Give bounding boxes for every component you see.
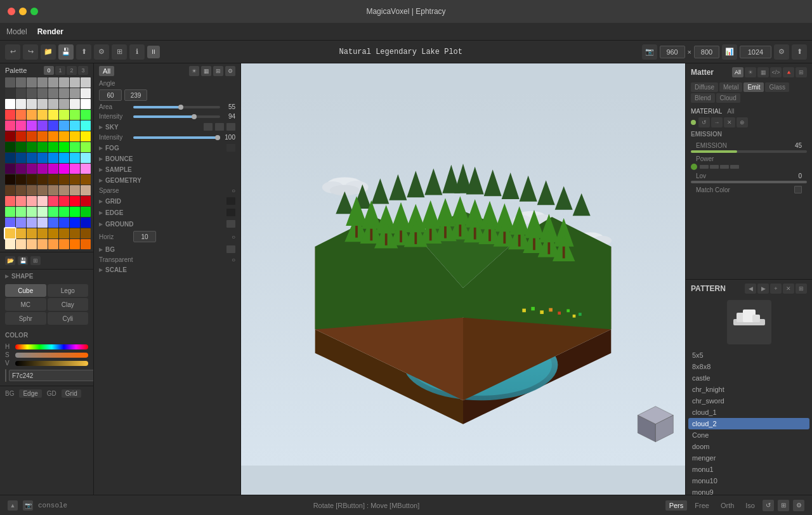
- color-swatch[interactable]: [5, 369, 6, 382]
- color-swatch-90[interactable]: [27, 196, 37, 206]
- color-swatch-42[interactable]: [27, 131, 37, 141]
- color-swatch-26[interactable]: [27, 110, 37, 120]
- color-swatch-47[interactable]: [81, 131, 91, 141]
- color-swatch-104[interactable]: [5, 218, 15, 228]
- mat-glass[interactable]: Glass: [765, 82, 789, 92]
- color-swatch-77[interactable]: [59, 174, 69, 185]
- render-res-input[interactable]: [740, 46, 771, 58]
- grid-toggle-button[interactable]: ⊞: [112, 44, 127, 60]
- pattern-item-monu10[interactable]: monu10: [688, 475, 809, 486]
- color-swatch-17[interactable]: [16, 99, 26, 109]
- color-swatch-108[interactable]: [48, 218, 58, 228]
- color-swatch-71[interactable]: [81, 164, 91, 174]
- redo-button[interactable]: ↪: [23, 44, 38, 60]
- scale-toggle[interactable]: ▶ SCALE: [94, 264, 240, 275]
- view-pers[interactable]: Pers: [665, 500, 688, 511]
- matter-icon4[interactable]: 🔺: [783, 67, 794, 77]
- sky-box2[interactable]: [215, 123, 224, 131]
- emission-slider[interactable]: [691, 150, 807, 153]
- color-swatch-40[interactable]: [5, 131, 15, 141]
- color-swatch-72[interactable]: [5, 174, 15, 185]
- pat-icon-next[interactable]: ▶: [757, 284, 769, 294]
- color-swatch-10[interactable]: [27, 88, 37, 98]
- palette-save-button[interactable]: 💾: [18, 256, 28, 265]
- color-swatch-23[interactable]: [81, 99, 91, 109]
- color-swatch-112[interactable]: [5, 228, 15, 238]
- fog-box[interactable]: [226, 144, 235, 152]
- light-tab-all[interactable]: All: [99, 66, 114, 76]
- color-swatch-14[interactable]: [70, 88, 80, 98]
- light-icon-sun[interactable]: ☀: [189, 66, 199, 76]
- lov-slider[interactable]: [691, 181, 807, 183]
- canvas-area[interactable]: [241, 63, 685, 495]
- settings-button[interactable]: ⚙: [94, 44, 109, 60]
- color-swatch-36[interactable]: [48, 121, 58, 131]
- color-swatch-106[interactable]: [27, 218, 37, 228]
- color-swatch-107[interactable]: [37, 218, 48, 228]
- shape-toggle[interactable]: ▶ SHAPE: [0, 271, 93, 282]
- render-settings-button[interactable]: ⚙: [774, 44, 789, 60]
- pattern-item-menger[interactable]: menger: [688, 452, 809, 464]
- color-swatch-58[interactable]: [27, 153, 37, 163]
- color-swatch-6[interactable]: [70, 77, 80, 88]
- color-swatch-34[interactable]: [27, 121, 37, 131]
- color-swatch-113[interactable]: [16, 228, 26, 238]
- color-swatch-18[interactable]: [27, 99, 37, 109]
- intensity-slider[interactable]: [133, 115, 220, 118]
- color-swatch-1[interactable]: [16, 77, 26, 88]
- color-swatch-118[interactable]: [70, 228, 80, 238]
- matter-icon3[interactable]: </>: [770, 67, 782, 77]
- color-swatch-52[interactable]: [48, 142, 58, 152]
- color-swatch-22[interactable]: [70, 99, 80, 109]
- grid-btn[interactable]: Grid: [62, 389, 81, 398]
- color-swatch-88[interactable]: [5, 196, 15, 206]
- close-button[interactable]: [8, 8, 15, 15]
- color-swatch-127[interactable]: [81, 239, 91, 249]
- color-swatch-62[interactable]: [70, 153, 80, 163]
- color-swatch-85[interactable]: [59, 185, 69, 195]
- view-settings-icon[interactable]: ⚙: [793, 500, 804, 511]
- screenshot-button[interactable]: 📷: [642, 44, 657, 60]
- color-swatch-8[interactable]: [5, 88, 15, 98]
- ground-box[interactable]: [226, 220, 235, 228]
- color-swatch-123[interactable]: [37, 239, 48, 249]
- open-button[interactable]: 📁: [41, 44, 56, 60]
- minimize-button[interactable]: [19, 8, 27, 15]
- shape-sphr[interactable]: Sphr: [5, 312, 46, 325]
- area-slider[interactable]: [133, 106, 220, 108]
- pattern-item-8x8x8[interactable]: 8x8x8: [688, 361, 809, 372]
- color-swatch-93[interactable]: [59, 196, 69, 206]
- color-swatch-46[interactable]: [70, 131, 80, 141]
- color-swatch-114[interactable]: [27, 228, 37, 238]
- sky-box3[interactable]: [226, 123, 235, 131]
- color-swatch-73[interactable]: [16, 174, 26, 185]
- color-swatch-39[interactable]: [81, 121, 91, 131]
- color-swatch-102[interactable]: [70, 207, 80, 217]
- color-swatch-29[interactable]: [59, 110, 69, 120]
- color-swatch-0[interactable]: [5, 77, 15, 88]
- geometry-toggle[interactable]: ▶ GEOMETRY: [94, 175, 240, 186]
- matter-icon5[interactable]: ⊞: [796, 67, 807, 77]
- mat-diffuse[interactable]: Diffuse: [691, 82, 718, 92]
- color-swatch-81[interactable]: [16, 185, 26, 195]
- pat-icon-expand[interactable]: ⊞: [796, 284, 807, 294]
- edge-box[interactable]: [226, 209, 235, 216]
- mat-action-3[interactable]: ✕: [724, 117, 735, 127]
- view-grid-icon[interactable]: ⊞: [778, 500, 789, 511]
- color-swatch-76[interactable]: [48, 174, 58, 185]
- color-swatch-30[interactable]: [70, 110, 80, 120]
- color-swatch-48[interactable]: [5, 142, 15, 152]
- sky-toggle[interactable]: ▶ SKY: [94, 121, 240, 133]
- export-button[interactable]: ⬆: [76, 44, 91, 60]
- color-swatch-99[interactable]: [37, 207, 48, 217]
- hue-slider[interactable]: [15, 344, 88, 349]
- color-swatch-80[interactable]: [5, 185, 15, 195]
- color-swatch-74[interactable]: [27, 174, 37, 185]
- matter-icon2[interactable]: ▦: [757, 67, 769, 77]
- shape-cube[interactable]: Cube: [5, 284, 46, 297]
- color-swatch-67[interactable]: [37, 164, 48, 174]
- color-swatch-41[interactable]: [16, 131, 26, 141]
- light-icon-bar[interactable]: ▦: [201, 66, 211, 76]
- pattern-item-5x5[interactable]: 5x5: [688, 349, 809, 361]
- menu-render[interactable]: Render: [37, 27, 63, 36]
